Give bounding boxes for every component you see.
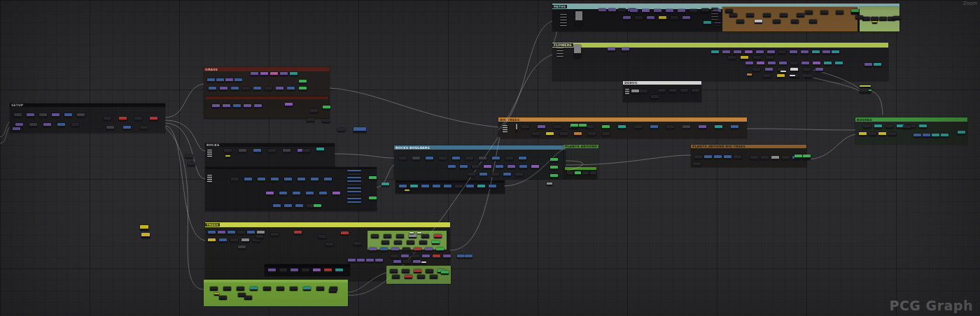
pcg-node[interactable] — [382, 240, 389, 245]
pcg-node[interactable] — [919, 124, 927, 129]
pcg-node[interactable] — [414, 269, 421, 273]
pcg-node[interactable] — [560, 20, 567, 21]
pcg-node[interactable] — [452, 157, 460, 161]
pcg-node[interactable] — [279, 192, 287, 196]
pcg-node[interactable] — [714, 155, 722, 159]
pcg-node[interactable] — [212, 104, 220, 108]
pcg-node[interactable] — [402, 269, 410, 273]
pcg-node[interactable] — [141, 233, 150, 238]
pcg-node[interactable] — [694, 155, 702, 159]
pcg-node[interactable] — [746, 62, 753, 66]
pcg-node[interactable] — [77, 113, 85, 117]
pcg-node[interactable] — [230, 238, 238, 243]
comment-bottom-green[interactable] — [204, 280, 348, 306]
comment-header-debug[interactable]: DEBUG — [623, 81, 701, 85]
pcg-node[interactable] — [279, 268, 287, 273]
pcg-node[interactable] — [711, 8, 718, 9]
pcg-node[interactable] — [816, 68, 823, 72]
pcg-node[interactable] — [347, 191, 361, 193]
pcg-node[interactable] — [421, 261, 426, 264]
pcg-node[interactable] — [864, 63, 872, 67]
pcg-node[interactable] — [401, 254, 409, 259]
pcg-node[interactable] — [516, 124, 517, 133]
pcg-node[interactable] — [347, 194, 361, 196]
node-pin[interactable] — [503, 125, 507, 133]
pcg-node[interactable] — [932, 134, 939, 138]
pcg-node[interactable] — [651, 95, 659, 99]
pcg-node[interactable] — [731, 125, 738, 129]
pcg-node[interactable] — [560, 17, 567, 18]
pcg-node[interactable] — [225, 78, 233, 82]
pcg-node[interactable] — [832, 50, 839, 55]
pcg-node[interactable] — [869, 132, 876, 136]
pcg-node[interactable] — [444, 185, 451, 189]
pcg-node[interactable] — [425, 247, 433, 252]
pcg-node[interactable] — [693, 162, 701, 166]
pcg-node[interactable] — [405, 189, 410, 192]
comment-header-rocks[interactable]: ROCKS — [205, 143, 335, 147]
pcg-node[interactable] — [443, 254, 451, 259]
pcg-node[interactable] — [302, 268, 309, 273]
pcg-node[interactable] — [287, 87, 295, 91]
pcg-node[interactable] — [123, 126, 131, 130]
pcg-node[interactable] — [550, 158, 558, 162]
pcg-node[interactable] — [347, 198, 361, 200]
pcg-node[interactable] — [399, 157, 407, 161]
pcg-node[interactable] — [426, 157, 433, 161]
pcg-node[interactable] — [923, 134, 930, 138]
comment-header-rocks-boulders-sub[interactable] — [396, 180, 505, 182]
pcg-node[interactable] — [337, 128, 345, 132]
pcg-node[interactable] — [271, 233, 279, 237]
pcg-node[interactable] — [820, 10, 828, 15]
pcg-node[interactable] — [556, 53, 564, 55]
pcg-node[interactable] — [519, 157, 526, 161]
pcg-node[interactable] — [671, 16, 678, 20]
pcg-node[interactable] — [276, 287, 284, 291]
pcg-node[interactable] — [295, 204, 303, 208]
pcg-node[interactable] — [417, 232, 421, 234]
pcg-node[interactable] — [39, 113, 47, 117]
pcg-node[interactable] — [314, 204, 321, 208]
pcg-node[interactable] — [335, 268, 343, 273]
pcg-node[interactable] — [642, 9, 650, 13]
pcg-node[interactable] — [465, 157, 473, 161]
pcg-node[interactable] — [268, 149, 276, 153]
pcg-node[interactable] — [747, 73, 752, 77]
pcg-node[interactable] — [765, 68, 773, 72]
pcg-node[interactable] — [263, 287, 271, 291]
pcg-node[interactable] — [324, 268, 332, 273]
pcg-node[interactable] — [780, 13, 788, 17]
pcg-node[interactable] — [570, 124, 578, 128]
pcg-node[interactable] — [237, 231, 245, 235]
pcg-node[interactable] — [238, 245, 246, 250]
pcg-node[interactable] — [590, 171, 596, 175]
pcg-node[interactable] — [851, 9, 859, 13]
pcg-node[interactable] — [208, 231, 216, 235]
pcg-node[interactable] — [318, 235, 326, 239]
pcg-node[interactable] — [396, 234, 404, 238]
pcg-node[interactable] — [773, 20, 780, 24]
pcg-node[interactable] — [790, 50, 797, 55]
pcg-node[interactable] — [284, 178, 292, 182]
pcg-node[interactable] — [622, 48, 629, 52]
pcg-node[interactable] — [869, 89, 872, 92]
pcg-node[interactable] — [630, 9, 638, 13]
pcg-node[interactable] — [780, 71, 786, 73]
pcg-node[interactable] — [290, 287, 298, 291]
pcg-node[interactable] — [874, 63, 881, 67]
pcg-node[interactable] — [433, 254, 440, 259]
pcg-node[interactable] — [306, 192, 314, 196]
pcg-node[interactable] — [448, 165, 456, 169]
pcg-node[interactable] — [207, 78, 215, 82]
pcg-node[interactable] — [809, 20, 817, 24]
pcg-node[interactable] — [560, 132, 568, 136]
pcg-node[interactable] — [567, 171, 573, 175]
pcg-node[interactable] — [682, 125, 690, 129]
pcg-node[interactable] — [654, 9, 662, 13]
pcg-node[interactable] — [436, 247, 444, 252]
pcg-node[interactable] — [658, 89, 666, 93]
pcg-node[interactable] — [465, 254, 472, 259]
pcg-node[interactable] — [805, 74, 813, 78]
pcg-node[interactable] — [43, 123, 51, 127]
pcg-node[interactable] — [790, 62, 798, 66]
